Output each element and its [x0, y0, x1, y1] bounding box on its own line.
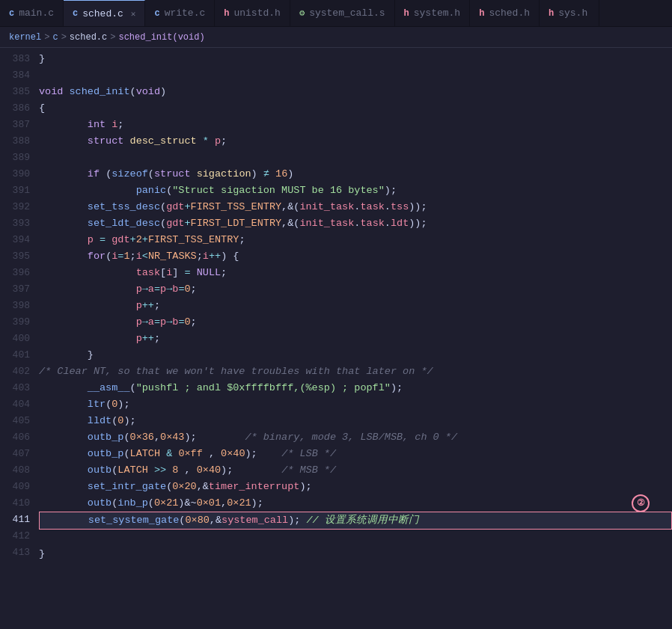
code-line-396: task[i] = NULL; [39, 265, 672, 281]
tab-label: system.h [414, 7, 460, 19]
line-num-413: 413 [6, 544, 30, 561]
line-num-412: 412 [6, 528, 30, 544]
line-num-386: 386 [6, 100, 30, 117]
line-num-410: 410 [6, 495, 30, 512]
code-line-393: set_ldt_desc(gdt+FIRST_LDT_ENTRY,&(init_… [39, 215, 672, 232]
breadcrumb-sep: > [110, 32, 115, 43]
line-num-397: 397 [6, 281, 30, 298]
line-num-406: 406 [6, 429, 30, 446]
code-line-388: struct desc_struct * p; [39, 133, 672, 150]
code-line-402: /* Clear NT, so that we won't have troub… [39, 363, 672, 380]
code-content: } void sched_init(void) { int i; struct … [39, 48, 672, 629]
code-line-411: set_system_gate(0×80,&system_call); // 设… [39, 512, 672, 530]
tab-label: main.c [19, 7, 54, 19]
tab-label: write.c [165, 7, 206, 19]
tab-unistd-h[interactable]: h unistd.h [215, 0, 290, 26]
code-line-407: outb_p(LATCH & 0×ff , 0×40); /* LSB */ [39, 446, 672, 462]
line-num-404: 404 [6, 396, 30, 413]
line-num-396: 396 [6, 265, 30, 281]
code-line-403: __asm__("pushfl ; andl $0xffffbfff,(%esp… [39, 380, 672, 396]
breadcrumb-kernel: kernel [9, 32, 41, 43]
breadcrumb-sep: > [44, 32, 49, 43]
line-num-401: 401 [6, 347, 30, 363]
line-num-384: 384 [6, 67, 30, 84]
code-line-391: panic("Struct sigaction MUST be 16 bytes… [39, 182, 672, 199]
close-tab-button[interactable]: ✕ [131, 9, 136, 19]
code-line-387: int i; [39, 117, 672, 133]
line-num-394: 394 [6, 232, 30, 248]
line-num-399: 399 [6, 314, 30, 331]
code-line-398: p++; [39, 298, 672, 314]
line-num-402: 402 [6, 363, 30, 380]
code-line-410: outb(inb_p(0×21)&~0×01,0×21); ② [39, 495, 672, 512]
tab-label: unistd.h [233, 7, 280, 19]
code-line-389 [39, 150, 672, 166]
tab-bar: c main.c c sched.c ✕ c write.c h unistd.… [0, 0, 672, 27]
code-line-385: void sched_init(void) [39, 84, 672, 100]
line-numbers: 383 384 385 386 387 388 389 390 391 392 … [0, 48, 39, 629]
code-line-413: } [39, 546, 672, 562]
breadcrumb-sep: > [61, 32, 67, 43]
line-num-393: 393 [6, 215, 30, 232]
code-line-406: outb_p(0×36,0×43); /* binary, mode 3, LS… [39, 429, 672, 446]
s-icon: ⚙ [299, 7, 305, 19]
tab-label: system_call.s [309, 7, 385, 19]
line-num-392: 392 [6, 199, 30, 215]
c-icon: c [9, 8, 14, 19]
line-num-389: 389 [6, 150, 30, 166]
tab-label: sched.h [489, 7, 530, 19]
code-line-383: } [39, 51, 672, 67]
h-icon: h [549, 8, 554, 19]
code-area: 383 384 385 386 387 388 389 390 391 392 … [0, 48, 672, 629]
code-line-412 [39, 530, 672, 546]
tab-main-c[interactable]: c main.c [0, 0, 64, 26]
tab-system-h[interactable]: h system.h [395, 0, 471, 26]
line-num-411: 411 [6, 512, 30, 528]
code-line-405: lldt(0); [39, 413, 672, 429]
line-num-395: 395 [6, 248, 30, 265]
tab-system-call-s[interactable]: ⚙ system_call.s [290, 0, 395, 26]
code-line-395: for(i=1;i<NR_TASKS;i++) { [39, 248, 672, 265]
line-num-408: 408 [6, 462, 30, 479]
code-line-392: set_tss_desc(gdt+FIRST_TSS_ENTRY,&(init_… [39, 199, 672, 215]
c-icon: c [154, 8, 159, 19]
code-line-404: ltr(0); [39, 396, 672, 413]
h-icon: h [224, 8, 229, 19]
tab-label: sched.c [82, 8, 123, 19]
code-line-400: p++; [39, 331, 672, 347]
tab-sys-h[interactable]: h sys.h [540, 0, 599, 26]
line-num-409: 409 [6, 479, 30, 495]
breadcrumb-type-c: c [52, 32, 58, 43]
tab-sched-c[interactable]: c sched.c ✕ [64, 0, 145, 26]
line-num-405: 405 [6, 413, 30, 429]
c-icon: c [73, 8, 78, 19]
annotation-circle-2: ② [632, 494, 650, 512]
line-num-383: 383 [6, 51, 30, 67]
tab-write-c[interactable]: c write.c [145, 0, 215, 26]
code-line-390: if (sizeof(struct sigaction) ≠ 16) [39, 166, 672, 182]
line-num-388: 388 [6, 133, 30, 150]
line-num-387: 387 [6, 117, 30, 133]
line-num-391: 391 [6, 182, 30, 199]
line-num-398: 398 [6, 298, 30, 314]
code-line-397: p→a=p→b=0; [39, 281, 672, 298]
code-line-394: p = gdt+2+FIRST_TSS_ENTRY; [39, 232, 672, 248]
breadcrumb-file: sched.c [70, 32, 107, 43]
line-num-385: 385 [6, 84, 30, 100]
code-line-386: { [39, 100, 672, 117]
breadcrumb: kernel > c > sched.c > sched_init(void) [0, 27, 672, 48]
code-line-409: set_intr_gate(0×20,&timer_interrupt); [39, 479, 672, 495]
h-icon: h [479, 8, 484, 19]
tab-sched-h[interactable]: h sched.h [470, 0, 540, 26]
code-line-401: } [39, 347, 672, 363]
code-line-384 [39, 67, 672, 84]
code-line-399: p→a=p→b=0; [39, 314, 672, 331]
tab-label: sys.h [558, 7, 587, 19]
line-num-400: 400 [6, 331, 30, 347]
line-num-403: 403 [6, 380, 30, 396]
h-icon: h [404, 8, 409, 19]
code-line-408: outb(LATCH >> 8 , 0×40); /* MSB */ [39, 462, 672, 479]
line-num-390: 390 [6, 166, 30, 182]
line-num-407: 407 [6, 446, 30, 462]
breadcrumb-func: sched_init(void) [118, 32, 204, 43]
